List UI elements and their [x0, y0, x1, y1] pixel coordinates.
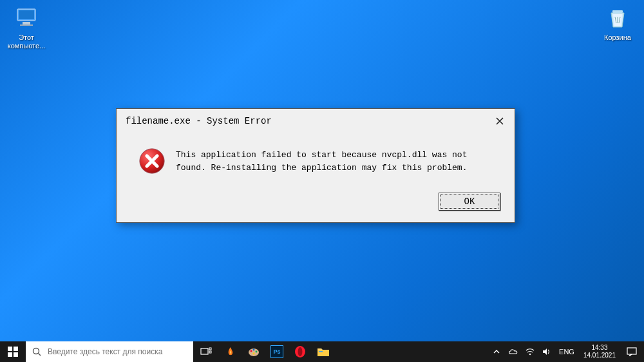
dialog-title: filename.exe - System Error: [126, 116, 272, 126]
svg-rect-10: [14, 352, 18, 357]
tray-volume[interactable]: [541, 348, 553, 356]
start-button[interactable]: [0, 341, 26, 362]
desktop: Этот компьюте... Корзина filename.exe - …: [0, 0, 644, 362]
svg-rect-25: [627, 348, 636, 354]
taskbar-apps: Ps: [219, 341, 335, 362]
folder-icon: [317, 347, 330, 357]
notification-icon: [627, 347, 637, 356]
svg-point-24: [529, 354, 531, 355]
windows-logo-icon: [8, 347, 18, 357]
svg-point-11: [33, 348, 39, 354]
wifi-icon: [526, 348, 535, 356]
photoshop-icon: Ps: [270, 345, 283, 358]
svg-rect-9: [8, 352, 12, 357]
search-input[interactable]: [48, 347, 187, 356]
tray-network[interactable]: [524, 348, 536, 356]
dialog-message: This application failed to start because…: [176, 148, 499, 175]
svg-rect-4: [612, 10, 623, 13]
close-button[interactable]: [493, 114, 507, 128]
desktop-icon-label: Этот компьюте...: [4, 33, 49, 50]
taskbar-app-burner[interactable]: [219, 341, 242, 362]
svg-point-19: [253, 353, 255, 355]
close-icon: [495, 117, 504, 126]
taskbar-app-explorer[interactable]: [312, 341, 335, 362]
system-tray: ENG 14:33 14.01.2021: [491, 341, 644, 362]
svg-rect-1: [19, 10, 34, 19]
svg-rect-23: [319, 351, 323, 352]
cloud-icon: [508, 348, 518, 356]
svg-rect-14: [209, 351, 211, 353]
speaker-icon: [542, 348, 551, 356]
svg-rect-13: [209, 348, 211, 350]
computer-icon: [14, 5, 39, 31]
language-indicator[interactable]: ENG: [558, 348, 576, 356]
taskbar: Ps: [0, 341, 644, 362]
taskbar-search[interactable]: [26, 341, 193, 362]
task-view-button[interactable]: [193, 341, 219, 362]
chevron-up-icon: [493, 348, 500, 355]
dialog-body: This application failed to start because…: [117, 132, 515, 186]
recycle-bin-icon: [605, 5, 630, 31]
desktop-icon-recycle-bin[interactable]: Корзина: [595, 5, 640, 42]
desktop-icon-computer[interactable]: Этот компьюте...: [4, 5, 49, 50]
dialog-footer: OK: [117, 186, 515, 222]
svg-point-16: [251, 350, 252, 352]
taskbar-app-paint[interactable]: [242, 341, 265, 362]
tray-onedrive[interactable]: [507, 348, 519, 356]
taskbar-clock[interactable]: 14:33 14.01.2021: [581, 344, 618, 359]
dialog-titlebar[interactable]: filename.exe - System Error: [117, 109, 515, 132]
desktop-icon-label: Корзина: [595, 33, 640, 42]
task-view-icon: [200, 347, 212, 356]
svg-rect-3: [20, 24, 33, 26]
svg-point-18: [256, 351, 258, 353]
svg-point-21: [298, 347, 303, 356]
flame-icon: [225, 346, 236, 357]
svg-rect-12: [201, 348, 208, 354]
error-dialog: filename.exe - System Error: [116, 108, 515, 223]
ok-button[interactable]: OK: [439, 193, 500, 211]
search-icon: [32, 347, 41, 356]
svg-rect-8: [14, 347, 18, 351]
clock-date: 14.01.2021: [583, 352, 616, 359]
svg-point-17: [253, 349, 255, 351]
palette-icon: [247, 346, 260, 357]
svg-rect-2: [23, 22, 30, 24]
error-icon: [138, 148, 166, 175]
action-center-button[interactable]: [623, 347, 640, 356]
taskbar-app-photoshop[interactable]: Ps: [265, 341, 289, 362]
clock-time: 14:33: [583, 344, 616, 352]
taskbar-app-opera[interactable]: [289, 341, 312, 362]
tray-expand-button[interactable]: [491, 348, 502, 355]
svg-rect-7: [8, 347, 12, 351]
opera-icon: [294, 345, 307, 358]
